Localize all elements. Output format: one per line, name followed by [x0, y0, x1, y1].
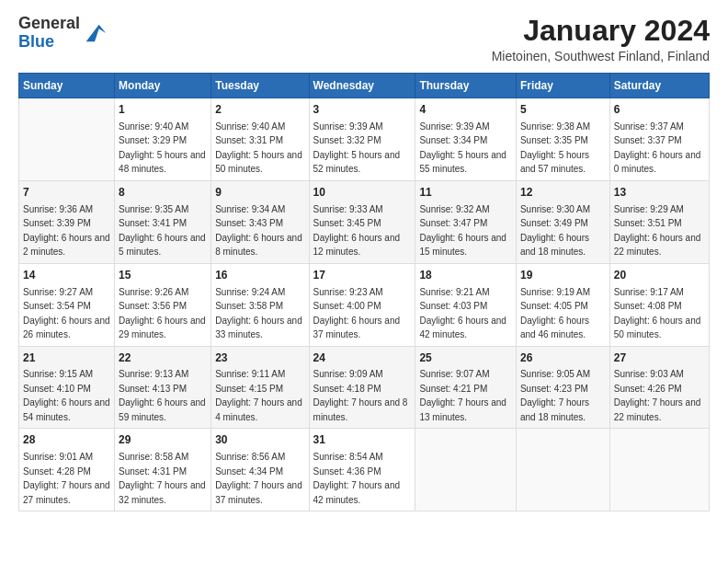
month-title: January 2024 — [492, 15, 710, 47]
day-cell-10: 10Sunrise: 9:33 AMSunset: 3:45 PMDayligh… — [309, 180, 415, 263]
day-number: 5 — [520, 102, 606, 118]
calendar-body: 1Sunrise: 9:40 AMSunset: 3:29 PMDaylight… — [19, 98, 710, 511]
day-number: 28 — [23, 432, 110, 448]
header-day-thursday: Thursday — [415, 74, 517, 98]
day-cell-18: 18Sunrise: 9:21 AMSunset: 4:03 PMDayligh… — [415, 263, 517, 346]
day-number: 24 — [313, 350, 412, 366]
day-number: 31 — [313, 432, 412, 448]
title-section: January 2024 Mietoinen, Southwest Finlan… — [492, 15, 710, 63]
svg-marker-0 — [86, 24, 106, 41]
day-info: Sunrise: 9:21 AMSunset: 4:03 PMDaylight:… — [419, 287, 506, 340]
day-cell-30: 30Sunrise: 8:56 AMSunset: 4:34 PMDayligh… — [211, 429, 309, 511]
week-row-3: 21Sunrise: 9:15 AMSunset: 4:10 PMDayligh… — [19, 346, 710, 429]
day-number: 29 — [119, 432, 207, 448]
day-cell-26: 26Sunrise: 9:05 AMSunset: 4:23 PMDayligh… — [516, 346, 609, 429]
header-day-tuesday: Tuesday — [211, 74, 309, 98]
day-cell-27: 27Sunrise: 9:03 AMSunset: 4:26 PMDayligh… — [609, 346, 709, 429]
day-number: 18 — [419, 268, 512, 283]
day-number: 3 — [313, 102, 412, 118]
day-info: Sunrise: 9:26 AMSunset: 3:56 PMDaylight:… — [119, 287, 206, 340]
day-info: Sunrise: 8:58 AMSunset: 4:31 PMDaylight:… — [119, 452, 206, 505]
day-info: Sunrise: 9:39 AMSunset: 3:32 PMDaylight:… — [313, 121, 401, 175]
day-cell-11: 11Sunrise: 9:32 AMSunset: 3:47 PMDayligh… — [415, 180, 517, 263]
day-number: 6 — [614, 102, 705, 118]
day-info: Sunrise: 9:33 AMSunset: 3:45 PMDaylight:… — [313, 204, 401, 258]
day-cell-empty — [609, 429, 709, 511]
day-info: Sunrise: 9:32 AMSunset: 3:47 PMDaylight:… — [419, 204, 506, 258]
calendar-page: General Blue January 2024 Mietoinen, Sou… — [0, 0, 728, 521]
day-number: 10 — [313, 185, 412, 201]
day-number: 14 — [23, 268, 110, 283]
day-info: Sunrise: 9:34 AMSunset: 3:43 PMDaylight:… — [215, 204, 302, 258]
header-day-sunday: Sunday — [19, 74, 115, 98]
day-number: 2 — [215, 102, 304, 118]
day-info: Sunrise: 9:40 AMSunset: 3:29 PMDaylight:… — [119, 121, 206, 175]
day-info: Sunrise: 9:15 AMSunset: 4:10 PMDaylight:… — [23, 369, 110, 422]
day-number: 26 — [520, 350, 606, 366]
day-number: 8 — [119, 185, 207, 201]
week-row-0: 1Sunrise: 9:40 AMSunset: 3:29 PMDaylight… — [19, 98, 710, 181]
logo-text: General Blue — [18, 15, 80, 52]
day-cell-29: 29Sunrise: 8:58 AMSunset: 4:31 PMDayligh… — [115, 429, 211, 511]
day-cell-12: 12Sunrise: 9:30 AMSunset: 3:49 PMDayligh… — [516, 180, 609, 263]
location: Mietoinen, Southwest Finland, Finland — [492, 49, 710, 63]
logo-blue: Blue — [18, 32, 54, 51]
day-info: Sunrise: 8:56 AMSunset: 4:34 PMDaylight:… — [215, 452, 302, 505]
day-cell-23: 23Sunrise: 9:11 AMSunset: 4:15 PMDayligh… — [211, 346, 309, 429]
day-cell-8: 8Sunrise: 9:35 AMSunset: 3:41 PMDaylight… — [115, 180, 211, 263]
day-info: Sunrise: 9:13 AMSunset: 4:13 PMDaylight:… — [119, 369, 206, 422]
day-cell-6: 6Sunrise: 9:37 AMSunset: 3:37 PMDaylight… — [609, 98, 709, 181]
day-cell-19: 19Sunrise: 9:19 AMSunset: 4:05 PMDayligh… — [516, 263, 609, 346]
week-row-4: 28Sunrise: 9:01 AMSunset: 4:28 PMDayligh… — [19, 429, 710, 511]
day-number: 27 — [614, 350, 705, 366]
header-day-friday: Friday — [516, 74, 609, 98]
day-cell-empty — [19, 98, 115, 181]
day-info: Sunrise: 9:05 AMSunset: 4:23 PMDaylight:… — [520, 369, 590, 422]
day-number: 11 — [419, 185, 512, 201]
calendar-table: SundayMondayTuesdayWednesdayThursdayFrid… — [18, 73, 710, 511]
day-cell-15: 15Sunrise: 9:26 AMSunset: 3:56 PMDayligh… — [115, 263, 211, 346]
day-number: 7 — [23, 185, 110, 201]
day-info: Sunrise: 9:17 AMSunset: 4:08 PMDaylight:… — [614, 287, 701, 340]
day-info: Sunrise: 9:35 AMSunset: 3:41 PMDaylight:… — [119, 204, 206, 258]
day-info: Sunrise: 9:07 AMSunset: 4:21 PMDaylight:… — [419, 369, 506, 422]
day-info: Sunrise: 9:30 AMSunset: 3:49 PMDaylight:… — [520, 204, 590, 258]
day-info: Sunrise: 9:03 AMSunset: 4:26 PMDaylight:… — [614, 369, 701, 422]
day-info: Sunrise: 9:36 AMSunset: 3:39 PMDaylight:… — [23, 204, 110, 258]
day-number: 30 — [215, 432, 304, 448]
day-info: Sunrise: 9:40 AMSunset: 3:31 PMDaylight:… — [215, 121, 302, 175]
day-number: 12 — [520, 185, 606, 201]
day-cell-14: 14Sunrise: 9:27 AMSunset: 3:54 PMDayligh… — [19, 263, 115, 346]
day-cell-4: 4Sunrise: 9:39 AMSunset: 3:34 PMDaylight… — [415, 98, 517, 181]
day-number: 15 — [119, 268, 207, 283]
logo-general: General — [18, 14, 80, 32]
logo-icon — [82, 20, 108, 46]
week-row-1: 7Sunrise: 9:36 AMSunset: 3:39 PMDaylight… — [19, 180, 710, 263]
day-info: Sunrise: 9:09 AMSunset: 4:18 PMDaylight:… — [313, 369, 408, 422]
day-number: 22 — [119, 350, 207, 366]
header: General Blue January 2024 Mietoinen, Sou… — [18, 15, 710, 63]
header-day-monday: Monday — [115, 74, 211, 98]
day-number: 1 — [119, 102, 207, 118]
day-number: 4 — [419, 102, 512, 118]
day-cell-28: 28Sunrise: 9:01 AMSunset: 4:28 PMDayligh… — [19, 429, 115, 511]
day-number: 25 — [419, 350, 512, 366]
day-cell-2: 2Sunrise: 9:40 AMSunset: 3:31 PMDaylight… — [211, 98, 309, 181]
header-day-wednesday: Wednesday — [309, 74, 415, 98]
day-info: Sunrise: 9:01 AMSunset: 4:28 PMDaylight:… — [23, 452, 110, 505]
day-cell-1: 1Sunrise: 9:40 AMSunset: 3:29 PMDaylight… — [115, 98, 211, 181]
day-cell-7: 7Sunrise: 9:36 AMSunset: 3:39 PMDaylight… — [19, 180, 115, 263]
header-row: SundayMondayTuesdayWednesdayThursdayFrid… — [19, 74, 710, 98]
day-cell-9: 9Sunrise: 9:34 AMSunset: 3:43 PMDaylight… — [211, 180, 309, 263]
day-cell-20: 20Sunrise: 9:17 AMSunset: 4:08 PMDayligh… — [609, 263, 709, 346]
calendar-header: SundayMondayTuesdayWednesdayThursdayFrid… — [19, 74, 710, 98]
day-info: Sunrise: 9:23 AMSunset: 4:00 PMDaylight:… — [313, 287, 401, 340]
day-number: 13 — [614, 185, 705, 201]
day-cell-empty — [415, 429, 517, 511]
day-cell-5: 5Sunrise: 9:38 AMSunset: 3:35 PMDaylight… — [516, 98, 609, 181]
week-row-2: 14Sunrise: 9:27 AMSunset: 3:54 PMDayligh… — [19, 263, 710, 346]
day-number: 23 — [215, 350, 304, 366]
day-number: 16 — [215, 268, 304, 283]
day-info: Sunrise: 9:37 AMSunset: 3:37 PMDaylight:… — [614, 121, 701, 175]
day-info: Sunrise: 8:54 AMSunset: 4:36 PMDaylight:… — [313, 452, 401, 505]
